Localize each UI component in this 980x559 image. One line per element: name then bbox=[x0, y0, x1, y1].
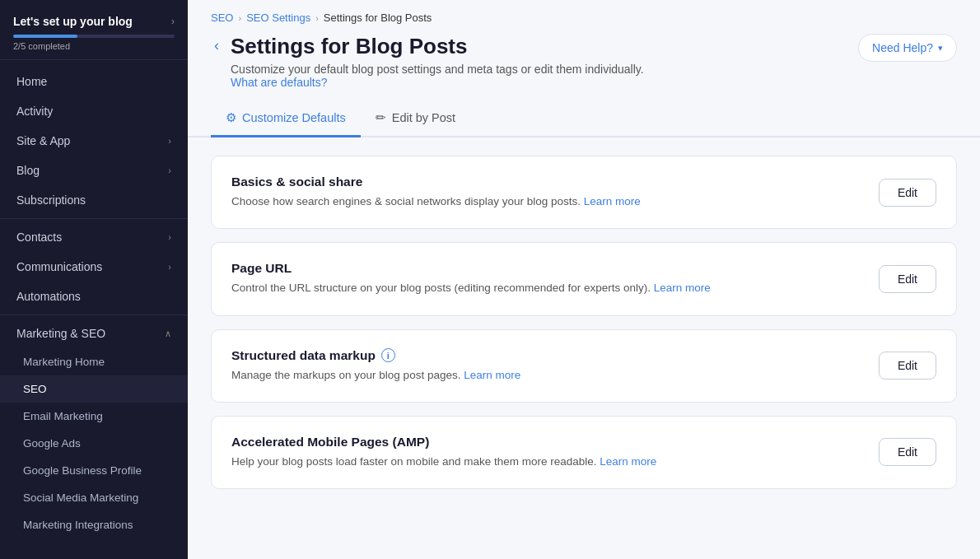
sidebar-item-subscriptions-label: Subscriptions bbox=[16, 193, 171, 207]
card-page-url-edit-button[interactable]: Edit bbox=[879, 265, 936, 293]
card-page-url-title-text: Page URL bbox=[231, 261, 292, 276]
sidebar-sub-item-google-business-profile[interactable]: Google Business Profile bbox=[0, 457, 188, 484]
progress-text: 2/5 completed bbox=[13, 41, 175, 51]
card-structured-data-edit-button[interactable]: Edit bbox=[879, 352, 936, 380]
card-page-url: Page URL Control the URL structure on yo… bbox=[211, 242, 957, 315]
sidebar-item-automations-label: Automations bbox=[16, 290, 171, 303]
sidebar-setup-title: Let's set up your blog bbox=[13, 15, 133, 28]
pencil-icon: ✏ bbox=[376, 110, 386, 125]
sidebar-item-contacts[interactable]: Contacts › bbox=[0, 222, 188, 252]
card-page-url-body: Page URL Control the URL structure on yo… bbox=[231, 261, 866, 296]
tab-customize-defaults[interactable]: ⚙ Customize Defaults bbox=[211, 100, 361, 137]
sidebar-sub-item-seo-label: SEO bbox=[23, 383, 47, 395]
sidebar-sub-item-social-media-marketing[interactable]: Social Media Marketing bbox=[0, 484, 188, 511]
breadcrumb-seo-settings[interactable]: SEO Settings bbox=[246, 12, 310, 24]
card-basics-social-desc: Choose how search engines & social netwo… bbox=[231, 193, 866, 210]
progress-bar-fill bbox=[13, 35, 77, 38]
sidebar-sub-item-marketing-home-label: Marketing Home bbox=[23, 356, 105, 368]
page-header-left: ‹ Settings for Blog Posts Customize your… bbox=[211, 34, 644, 89]
page-subtitle: Customize your default blog post setting… bbox=[231, 63, 644, 89]
sidebar-item-communications[interactable]: Communications › bbox=[0, 252, 188, 282]
card-amp-body: Accelerated Mobile Pages (AMP) Help your… bbox=[231, 435, 866, 470]
amp-learn-more-link[interactable]: Learn more bbox=[600, 455, 656, 468]
card-basics-social-body: Basics & social share Choose how search … bbox=[231, 175, 866, 210]
card-basics-social-title-text: Basics & social share bbox=[231, 175, 362, 189]
tab-customize-defaults-label: Customize Defaults bbox=[242, 111, 346, 124]
need-help-button[interactable]: Need Help? ▾ bbox=[858, 34, 957, 62]
sidebar-sub-item-marketing-integrations-label: Marketing Integrations bbox=[23, 519, 133, 531]
card-amp-title: Accelerated Mobile Pages (AMP) bbox=[231, 435, 866, 450]
sidebar-item-site-app-label: Site & App bbox=[16, 134, 168, 147]
sidebar-sub-item-marketing-home[interactable]: Marketing Home bbox=[0, 348, 188, 375]
page-url-learn-more-link[interactable]: Learn more bbox=[654, 282, 711, 294]
sidebar-item-activity[interactable]: Activity bbox=[0, 96, 188, 126]
sidebar-item-automations[interactable]: Automations bbox=[0, 282, 188, 311]
breadcrumb: SEO › SEO Settings › Settings for Blog P… bbox=[188, 0, 980, 24]
structured-data-learn-more-link[interactable]: Learn more bbox=[464, 369, 520, 381]
sidebar: Let's set up your blog › 2/5 completed H… bbox=[0, 0, 188, 559]
page-title: Settings for Blog Posts bbox=[231, 34, 644, 59]
divider bbox=[0, 314, 188, 315]
what-are-defaults-link[interactable]: What are defaults? bbox=[231, 76, 328, 89]
card-structured-data-title: Structured data markup i bbox=[231, 348, 866, 363]
sidebar-sub-item-marketing-integrations[interactable]: Marketing Integrations bbox=[0, 511, 188, 538]
info-icon[interactable]: i bbox=[381, 348, 395, 362]
need-help-label: Need Help? bbox=[872, 41, 933, 54]
basics-social-learn-more-link[interactable]: Learn more bbox=[584, 195, 641, 207]
sidebar-item-site-app[interactable]: Site & App › bbox=[0, 126, 188, 156]
chevron-right-icon: › bbox=[168, 165, 171, 175]
card-structured-data-body: Structured data markup i Manage the mark… bbox=[231, 348, 866, 384]
sidebar-nav: Home Activity Site & App › Blog › Subscr… bbox=[0, 60, 188, 545]
breadcrumb-sep-1: › bbox=[238, 13, 241, 23]
sidebar-sub-item-google-ads[interactable]: Google Ads bbox=[0, 430, 188, 457]
tab-edit-by-post-label: Edit by Post bbox=[392, 111, 455, 124]
sidebar-item-marketing-seo-label: Marketing & SEO bbox=[16, 327, 165, 340]
card-basics-social: Basics & social share Choose how search … bbox=[211, 156, 957, 229]
gear-icon: ⚙ bbox=[226, 110, 236, 125]
card-basics-social-edit-button[interactable]: Edit bbox=[879, 179, 936, 207]
tab-edit-by-post[interactable]: ✏ Edit by Post bbox=[361, 100, 470, 137]
card-amp-desc: Help your blog posts load faster on mobi… bbox=[231, 454, 866, 470]
card-basics-social-title: Basics & social share bbox=[231, 175, 866, 189]
sidebar-item-blog-label: Blog bbox=[16, 164, 168, 177]
sidebar-item-home-label: Home bbox=[16, 75, 171, 88]
sidebar-item-contacts-label: Contacts bbox=[16, 231, 168, 244]
chevron-up-icon: ∧ bbox=[165, 328, 171, 339]
sidebar-sub-item-email-marketing[interactable]: Email Marketing bbox=[0, 403, 188, 430]
tabs-bar: ⚙ Customize Defaults ✏ Edit by Post bbox=[188, 100, 980, 137]
sidebar-sub-item-email-marketing-label: Email Marketing bbox=[23, 410, 103, 422]
card-page-url-desc: Control the URL structure on your blog p… bbox=[231, 280, 866, 296]
card-amp-title-text: Accelerated Mobile Pages (AMP) bbox=[231, 435, 429, 450]
card-page-url-title: Page URL bbox=[231, 261, 866, 276]
page-title-block: Settings for Blog Posts Customize your d… bbox=[231, 34, 644, 89]
card-structured-data-desc: Manage the markups on your blog post pag… bbox=[231, 367, 866, 384]
sidebar-setup-chevron: › bbox=[171, 16, 175, 27]
chevron-down-icon: ▾ bbox=[938, 43, 943, 54]
breadcrumb-seo[interactable]: SEO bbox=[211, 12, 233, 24]
divider bbox=[0, 218, 188, 219]
sidebar-sub-item-google-ads-label: Google Ads bbox=[23, 437, 81, 450]
sidebar-item-home[interactable]: Home bbox=[0, 67, 188, 96]
chevron-right-icon: › bbox=[168, 262, 171, 272]
sidebar-item-communications-label: Communications bbox=[16, 260, 168, 273]
sidebar-setup-header: Let's set up your blog › 2/5 completed bbox=[0, 0, 188, 60]
progress-bar-bg bbox=[13, 35, 175, 38]
breadcrumb-sep-2: › bbox=[315, 13, 319, 23]
card-structured-data: Structured data markup i Manage the mark… bbox=[211, 329, 957, 403]
chevron-right-icon: › bbox=[168, 232, 171, 242]
chevron-right-icon: › bbox=[168, 136, 171, 146]
sidebar-sub-item-seo[interactable]: SEO bbox=[0, 375, 188, 403]
card-amp-edit-button[interactable]: Edit bbox=[879, 438, 936, 466]
sidebar-item-blog[interactable]: Blog › bbox=[0, 156, 188, 185]
card-structured-data-title-text: Structured data markup bbox=[231, 348, 376, 363]
back-button[interactable]: ‹ bbox=[211, 35, 222, 56]
sidebar-sub-item-google-business-profile-label: Google Business Profile bbox=[23, 464, 142, 477]
sidebar-item-activity-label: Activity bbox=[16, 105, 171, 118]
sidebar-sub-item-social-media-marketing-label: Social Media Marketing bbox=[23, 491, 138, 504]
page-header: ‹ Settings for Blog Posts Customize your… bbox=[188, 24, 980, 94]
sidebar-item-marketing-seo[interactable]: Marketing & SEO ∧ bbox=[0, 319, 188, 348]
breadcrumb-current: Settings for Blog Posts bbox=[324, 12, 432, 24]
page-subtitle-text: Customize your default blog post setting… bbox=[231, 63, 644, 76]
main-content: SEO › SEO Settings › Settings for Blog P… bbox=[188, 0, 980, 559]
sidebar-item-subscriptions[interactable]: Subscriptions bbox=[0, 185, 188, 215]
